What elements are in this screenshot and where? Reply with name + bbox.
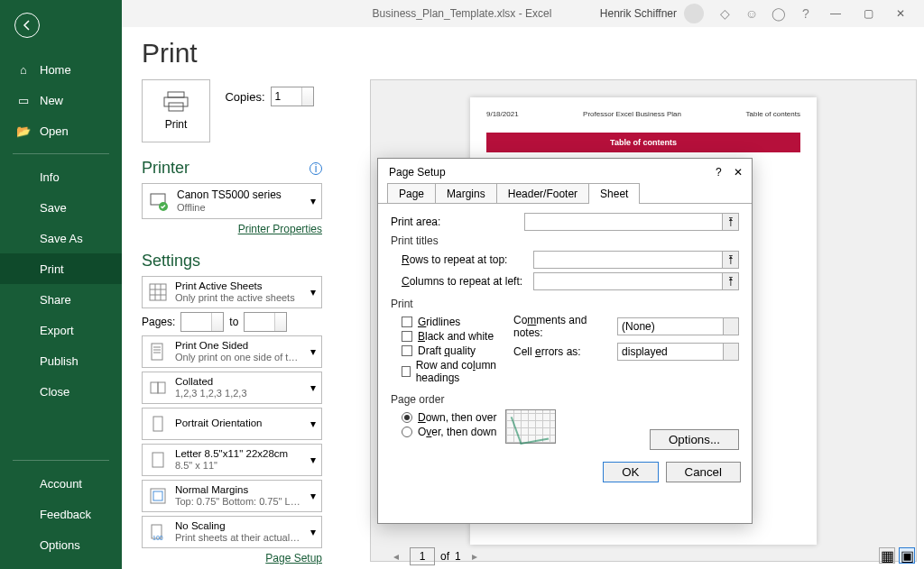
dialog-close-button[interactable]: ✕	[734, 166, 743, 179]
nav-account[interactable]: Account	[0, 468, 122, 499]
nav-info[interactable]: Info	[0, 161, 122, 192]
printer-status-icon	[148, 191, 168, 211]
smiley-icon[interactable]: ☺	[740, 2, 763, 25]
chevron-down-icon: ▾	[310, 345, 316, 358]
close-button[interactable]: ✕	[884, 1, 917, 26]
chk-label: Black and white	[418, 330, 494, 343]
info-icon[interactable]: i	[310, 162, 322, 175]
paper-icon	[148, 450, 168, 470]
setting-print-what[interactable]: Print Active SheetsOnly print the active…	[142, 276, 322, 308]
nav-options[interactable]: Options	[0, 529, 122, 560]
nav-label: Save As	[40, 232, 83, 245]
backstage-sidebar: ⌂Home ▭New 📂Open Info Save Save As Print…	[0, 0, 122, 569]
setting-scaling[interactable]: 100 No ScalingPrint sheets at their actu…	[142, 516, 322, 548]
minimize-button[interactable]: —	[819, 1, 852, 26]
page-number-input[interactable]: 1	[410, 547, 435, 565]
errors-select[interactable]: displayed	[617, 343, 739, 361]
printer-name: Canon TS5000 series	[177, 188, 282, 201]
comments-select[interactable]: (None)	[617, 317, 739, 335]
gridlines-checkbox[interactable]: Gridlines	[402, 316, 513, 328]
collated-icon	[148, 378, 168, 398]
page-setup-link[interactable]: Page Setup	[142, 552, 322, 564]
rch-checkbox[interactable]: Row and column headings	[402, 359, 513, 384]
setting-paper[interactable]: Letter 8.5"x11" 22x28cm8.5" x 11" ▾	[142, 444, 322, 476]
avatar[interactable]	[684, 4, 704, 23]
range-picker-icon[interactable]: ⭱	[722, 273, 738, 289]
printer-icon	[162, 91, 189, 113]
comments-label: Comments and notes:	[513, 314, 610, 339]
nav-open[interactable]: 📂Open	[0, 115, 122, 146]
onesided-icon	[148, 342, 168, 362]
dialog-help-icon[interactable]: ?	[716, 166, 722, 179]
dialog-title: Page Setup	[389, 166, 446, 179]
prev-page-button[interactable]: ◂	[388, 548, 404, 564]
bw-checkbox[interactable]: Black and white	[402, 330, 513, 343]
printer-properties-link[interactable]: Printer Properties	[142, 223, 322, 235]
cols-repeat-label: Columns to repeat at left:	[391, 275, 526, 288]
tab-header-footer[interactable]: Header/Footer	[496, 183, 589, 204]
back-button[interactable]	[14, 13, 40, 38]
svg-rect-1	[164, 97, 188, 106]
draft-checkbox[interactable]: Draft quality	[402, 344, 513, 357]
nav-new[interactable]: ▭New	[0, 85, 122, 115]
tab-page[interactable]: Page	[387, 183, 436, 204]
new-icon: ▭	[16, 94, 31, 107]
nav-publish[interactable]: Publish	[0, 345, 122, 376]
setting-collated[interactable]: Collated1,2,3 1,2,3 1,2,3 ▾	[142, 372, 322, 404]
rows-repeat-input[interactable]: ⭱	[533, 251, 739, 269]
pages-from-input[interactable]	[180, 312, 224, 332]
options-button[interactable]: Options...	[650, 429, 739, 450]
total-pages: 1	[455, 550, 461, 563]
chevron-down-icon: ▾	[310, 286, 316, 298]
ok-button[interactable]: OK	[603, 462, 658, 482]
print-button[interactable]: Print	[142, 79, 210, 142]
nav-home[interactable]: ⌂Home	[0, 54, 122, 85]
page-order-preview	[505, 409, 556, 444]
help-icon[interactable]: ?	[794, 2, 818, 25]
setting-sided[interactable]: Print One SidedOnly print on one side of…	[142, 335, 322, 368]
over-down-radio[interactable]: Over, then down	[402, 426, 496, 438]
setting-sub: Only print on one side of th…	[175, 352, 301, 363]
next-page-button[interactable]: ▸	[467, 548, 483, 564]
nav-close[interactable]: Close	[0, 376, 122, 407]
page-title: Print	[142, 38, 198, 69]
range-picker-icon[interactable]: ⭱	[722, 252, 738, 268]
nav-saveas[interactable]: Save As	[0, 223, 122, 253]
pages-to-input[interactable]	[244, 312, 287, 332]
show-margins-button[interactable]: ▦	[879, 547, 895, 564]
copies-input[interactable]: 1	[271, 87, 314, 106]
nav-label: Publish	[40, 354, 79, 368]
nav-share[interactable]: Share	[0, 284, 122, 315]
nav-label: New	[40, 94, 63, 107]
nav-feedback[interactable]: Feedback	[0, 499, 122, 529]
open-icon: 📂	[16, 124, 31, 138]
chevron-down-icon: ▾	[310, 526, 316, 538]
nav-label: Close	[40, 385, 69, 399]
printer-dropdown[interactable]: Canon TS5000 series Offline ▾	[142, 183, 322, 219]
setting-margins[interactable]: Normal MarginsTop: 0.75" Bottom: 0.75" L…	[142, 480, 322, 512]
tab-margins[interactable]: Margins	[435, 183, 497, 204]
svg-rect-11	[151, 489, 165, 503]
down-over-radio[interactable]: Down, then over	[402, 411, 496, 424]
setting-title: Normal Margins	[175, 484, 301, 497]
zoom-page-button[interactable]: ▣	[899, 547, 915, 564]
cancel-button[interactable]: Cancel	[666, 462, 742, 482]
maximize-button[interactable]: ▢	[852, 1, 884, 26]
document-title: Business_Plan_Template.xlsx - Excel	[373, 7, 552, 20]
range-picker-icon[interactable]: ⭱	[722, 214, 738, 230]
nav-label: Print	[40, 262, 64, 276]
settings-header: Settings	[142, 252, 200, 271]
nav-label: Home	[40, 63, 71, 77]
tab-sheet[interactable]: Sheet	[588, 183, 640, 204]
nav-print[interactable]: Print	[0, 253, 122, 284]
chevron-down-icon: ▾	[310, 454, 316, 466]
setting-orientation[interactable]: Portrait Orientation ▾	[142, 408, 322, 440]
nav-export[interactable]: Export	[0, 315, 122, 345]
print-area-input[interactable]: ⭱	[524, 213, 739, 231]
nav-save[interactable]: Save	[0, 192, 122, 223]
setting-sub: 8.5" x 11"	[175, 460, 288, 472]
nav-label: Info	[40, 170, 60, 184]
person-icon[interactable]: ◯	[767, 2, 790, 25]
diamond-icon[interactable]: ◇	[713, 2, 736, 25]
cols-repeat-input[interactable]: ⭱	[533, 272, 739, 290]
